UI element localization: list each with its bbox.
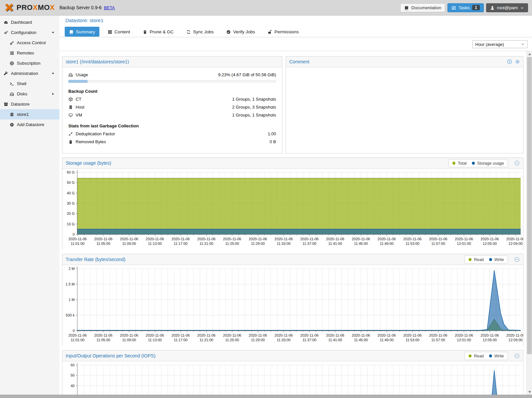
main-area: Datastore: store1 SummaryContentPrune & … [59, 16, 532, 398]
svg-text:10 G: 10 G [67, 222, 75, 226]
building-icon [68, 105, 73, 110]
sidebar-item-label: Access Control [17, 40, 46, 45]
vertical-scrollbar[interactable] [526, 51, 532, 395]
svg-text:11:21:00: 11:21:00 [199, 242, 213, 246]
legend-dot-icon [469, 354, 472, 357]
sidebar-item-subscription[interactable]: Subscription [0, 58, 59, 68]
tab-label: Permissions [274, 29, 299, 34]
sidebar-item-disks[interactable]: Disks [0, 89, 59, 99]
sidebar-item-configuration[interactable]: Configuration [0, 27, 59, 38]
sidebar-item-access-control[interactable]: Access Control [0, 38, 59, 48]
transfer-rate-chart-panel: Transfer Rate (bytes/second) ReadWrite 0… [62, 254, 523, 346]
collapse-panel-icon[interactable] [514, 353, 520, 359]
legend-label: Total [458, 161, 466, 166]
scrollbar-thumb[interactable] [527, 57, 532, 354]
svg-text:2020-11-06: 2020-11-06 [403, 333, 421, 337]
sidebar-item-remotes[interactable]: Remotes [0, 48, 59, 58]
chevron-down-icon [520, 6, 524, 10]
tab-verify-jobs[interactable]: Verify Jobs [222, 27, 259, 37]
gauge-icon [4, 20, 8, 25]
scroll-down-arrow[interactable] [527, 389, 532, 395]
svg-text:12:09:00: 12:09:00 [509, 338, 523, 342]
collapse-panel-icon[interactable] [514, 160, 520, 166]
tab-summary[interactable]: Summary [65, 27, 99, 37]
bottom-edge-bar [0, 395, 532, 398]
scroll-up-arrow[interactable] [527, 51, 532, 57]
collapse-panel-icon[interactable] [514, 257, 520, 262]
chart-toolbar: Hour (average) [59, 37, 532, 51]
svg-text:2020-11-06: 2020-11-06 [223, 237, 241, 241]
svg-text:11:29:00: 11:29:00 [251, 242, 265, 246]
svg-text:11:21:00: 11:21:00 [199, 338, 213, 342]
sync-icon [186, 30, 191, 34]
row-label: Deduplication Factor [76, 131, 115, 136]
chart-legend: TotalStorage usage [448, 159, 508, 167]
svg-text:12:05:00: 12:05:00 [483, 242, 497, 246]
sidebar-item-dashboard[interactable]: Dashboard [0, 17, 59, 27]
tab-content[interactable]: Content [103, 27, 134, 37]
svg-text:12:01:00: 12:01:00 [457, 242, 471, 246]
svg-text:11:09:00: 11:09:00 [122, 242, 136, 246]
gears-icon [4, 30, 8, 35]
sidebar-item-shell[interactable]: Shell [0, 79, 59, 89]
panel-title: Storage usage (bytes) [66, 160, 111, 166]
legend-item-read[interactable]: Read [469, 354, 484, 358]
legend-item-storage-usage[interactable]: Storage usage [472, 161, 504, 166]
svg-text:11:53:00: 11:53:00 [406, 338, 419, 342]
sidebar-item-administration[interactable]: Administration [0, 68, 59, 79]
user-menu-button[interactable]: root@pam [486, 3, 528, 12]
timeframe-select[interactable]: Hour (average) [472, 40, 528, 48]
sidebar-item-label: Remotes [17, 50, 34, 55]
documentation-button[interactable]: Documentation [400, 3, 445, 12]
logo-text: PROXMOX [17, 3, 55, 12]
legend-dot-icon [452, 162, 455, 165]
usage-progress-fill [68, 80, 88, 83]
tasks-button[interactable]: Tasks 1 [447, 3, 483, 12]
tab-permissions[interactable]: Permissions [263, 27, 303, 37]
svg-text:2020-11-06: 2020-11-06 [300, 237, 318, 241]
unlock-icon [267, 30, 272, 34]
svg-text:11:41:00: 11:41:00 [328, 338, 342, 342]
row-label: Host [76, 105, 85, 110]
tab-prune-gc[interactable]: Prune & GC [138, 27, 178, 37]
svg-text:2020-11-06: 2020-11-06 [377, 333, 396, 337]
tab-label: Sync Jobs [193, 29, 214, 34]
backup-count-rows: CT1 Groups, 1 SnapshotsHost2 Groups, 3 S… [68, 97, 276, 117]
sidebar-item-add-datastore[interactable]: Add Datastore [0, 119, 59, 130]
svg-text:2020-11-06: 2020-11-06 [68, 333, 87, 337]
tab-sync-jobs[interactable]: Sync Jobs [182, 27, 218, 37]
row-value: 1 Groups, 1 Snapshots [232, 97, 276, 102]
svg-text:20 G: 20 G [67, 212, 75, 216]
edit-comment-icon[interactable] [507, 59, 512, 64]
legend-item-read[interactable]: Read [469, 257, 484, 262]
svg-text:11:45:00: 11:45:00 [354, 338, 368, 342]
row-label: VM [76, 113, 82, 117]
legend-item-write[interactable]: Write [489, 354, 504, 358]
chart-legend: ReadWrite [465, 352, 508, 360]
beta-link[interactable]: BETA [104, 5, 115, 10]
svg-text:2020-11-06: 2020-11-06 [171, 333, 190, 337]
legend-item-total[interactable]: Total [452, 161, 466, 166]
svg-text:11:57:00: 11:57:00 [431, 242, 445, 246]
comment-body[interactable] [286, 67, 523, 153]
svg-text:11:49:00: 11:49:00 [380, 242, 394, 246]
svg-text:2020-11-06: 2020-11-06 [171, 237, 190, 241]
svg-text:2020-11-06: 2020-11-06 [377, 237, 396, 241]
svg-text:2020-11-06: 2020-11-06 [197, 237, 215, 241]
svg-text:2020-11-06: 2020-11-06 [223, 333, 241, 337]
tab-label: Content [115, 29, 130, 34]
app-header: PROXMOX Backup Server 0.9-6 BETA Documen… [0, 0, 532, 16]
svg-text:11:33:00: 11:33:00 [277, 242, 291, 246]
trash-icon [68, 140, 73, 144]
svg-text:11:29:00: 11:29:00 [251, 338, 265, 342]
summary-row-deduplication-factor: Deduplication Factor1.00 [68, 131, 276, 136]
gear-icon[interactable] [515, 59, 520, 64]
sidebar-item-store1[interactable]: store1 [0, 109, 59, 119]
legend-item-write[interactable]: Write [489, 257, 504, 262]
svg-text:11:45:00: 11:45:00 [354, 242, 368, 246]
row-value: 0 B [269, 139, 276, 144]
svg-text:2020-11-06: 2020-11-06 [68, 237, 87, 241]
wrench-icon [4, 71, 8, 76]
sidebar-item-datastore[interactable]: Datastore [0, 99, 59, 109]
row-value: 2 Groups, 3 Snapshots [232, 105, 276, 110]
